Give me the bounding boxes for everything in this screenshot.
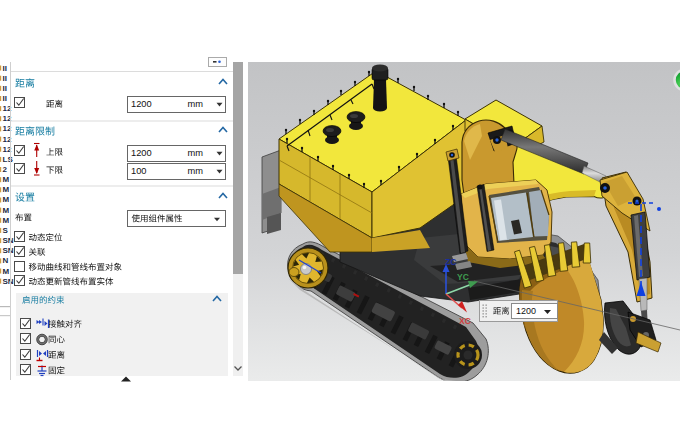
svg-text:mm: mm bbox=[188, 99, 204, 109]
svg-text:M: M bbox=[3, 185, 10, 194]
svg-text:SN: SN bbox=[3, 246, 14, 255]
svg-text:M: M bbox=[3, 175, 10, 184]
svg-text:YC: YC bbox=[457, 272, 469, 282]
svg-text:mm: mm bbox=[188, 166, 204, 176]
svg-text:M: M bbox=[3, 195, 10, 204]
svg-text:ZC: ZC bbox=[445, 257, 456, 267]
svg-text:II: II bbox=[3, 64, 7, 73]
svg-text:N: N bbox=[3, 256, 9, 265]
svg-text:1200: 1200 bbox=[516, 306, 536, 316]
svg-text:100: 100 bbox=[131, 166, 147, 176]
svg-text:LS: LS bbox=[3, 155, 14, 164]
svg-text:M: M bbox=[3, 206, 10, 215]
svg-text:XC: XC bbox=[459, 316, 471, 326]
svg-text:M: M bbox=[3, 216, 10, 225]
svg-text:1200: 1200 bbox=[131, 148, 152, 158]
svg-text:M: M bbox=[3, 267, 10, 276]
svg-text:II: II bbox=[3, 84, 7, 93]
svg-text:1200: 1200 bbox=[131, 99, 152, 109]
svg-text:II: II bbox=[3, 74, 7, 83]
svg-text:S: S bbox=[3, 226, 9, 235]
svg-text:2: 2 bbox=[3, 165, 8, 174]
svg-text:SN: SN bbox=[3, 277, 14, 286]
svg-text:SN: SN bbox=[3, 236, 14, 245]
svg-text:II: II bbox=[3, 94, 7, 103]
svg-text:mm: mm bbox=[188, 148, 204, 158]
